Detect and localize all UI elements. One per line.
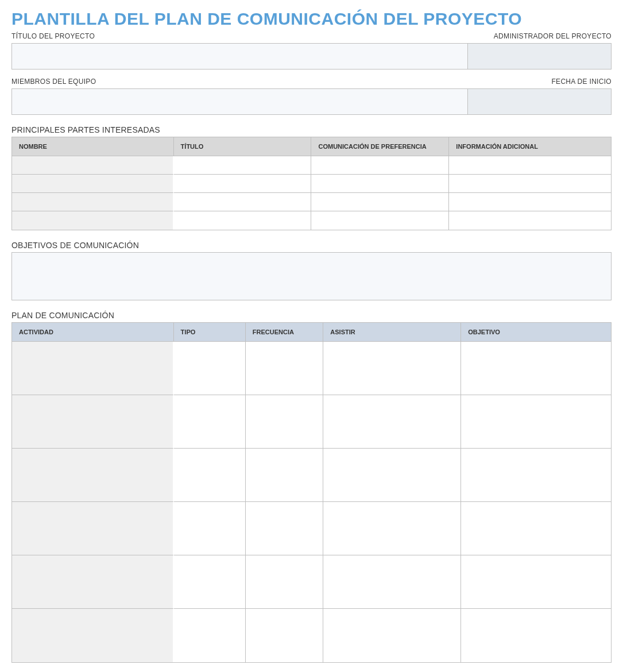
plan-asistir-input[interactable] [323, 555, 461, 608]
plan-frecuencia-input[interactable] [246, 609, 323, 662]
plan-col-frecuencia: FRECUENCIA [246, 323, 324, 342]
plan-tipo-input[interactable] [174, 395, 245, 448]
stake-nombre-input[interactable] [12, 193, 173, 211]
plan-col-asistir: ASISTIR [323, 323, 461, 342]
plan-actividad-input[interactable] [12, 342, 173, 395]
plan-tipo-input[interactable] [174, 502, 245, 555]
admin-input[interactable] [467, 44, 611, 69]
start-date-label: FECHA DE INICIO [467, 78, 612, 86]
stake-pref-input[interactable] [311, 175, 448, 192]
plan-actividad-input[interactable] [12, 502, 173, 555]
table-row [12, 211, 611, 230]
plan-objetivo-input[interactable] [461, 342, 611, 395]
stake-titulo-input[interactable] [174, 175, 311, 192]
stake-info-input[interactable] [449, 193, 611, 211]
plan-frecuencia-input[interactable] [246, 449, 323, 501]
stake-titulo-input[interactable] [174, 156, 311, 174]
stake-pref-input[interactable] [311, 156, 448, 174]
header-band-2 [11, 88, 612, 115]
plan-objetivo-input[interactable] [461, 555, 611, 608]
stake-info-input[interactable] [449, 211, 611, 230]
plan-tipo-input[interactable] [174, 609, 245, 662]
objectives-input[interactable] [11, 252, 612, 300]
plan-actividad-input[interactable] [12, 449, 173, 501]
project-title-label: TÍTULO DEL PROYECTO [11, 32, 467, 40]
stake-titulo-input[interactable] [174, 211, 311, 230]
table-row [12, 502, 611, 555]
plan-tipo-input[interactable] [174, 449, 245, 501]
table-row [12, 193, 611, 211]
table-row [12, 156, 611, 175]
stake-pref-input[interactable] [311, 211, 448, 230]
plan-asistir-input[interactable] [323, 502, 461, 555]
plan-asistir-input[interactable] [323, 609, 461, 662]
plan-objetivo-input[interactable] [461, 502, 611, 555]
plan-col-objetivo: OBJETIVO [461, 323, 611, 342]
page-title: PLANTILLA DEL PLAN DE COMUNICACIÓN DEL P… [11, 9, 612, 29]
stake-titulo-input[interactable] [174, 193, 311, 211]
stake-col-nombre: NOMBRE [12, 137, 174, 156]
plan-objetivo-input[interactable] [461, 609, 611, 662]
header-band-1 [11, 43, 612, 69]
table-row [12, 449, 611, 502]
plan-col-actividad: ACTIVIDAD [12, 323, 174, 342]
table-row [12, 395, 611, 449]
start-date-input[interactable] [467, 89, 611, 114]
plan-actividad-input[interactable] [12, 555, 173, 608]
header-row-2: MIEMBROS DEL EQUIPO FECHA DE INICIO [11, 78, 612, 87]
plan-actividad-input[interactable] [12, 609, 173, 662]
objectives-title: OBJETIVOS DE COMUNICACIÓN [11, 241, 612, 250]
stake-nombre-input[interactable] [12, 211, 173, 230]
plan-objetivo-input[interactable] [461, 449, 611, 501]
table-row [12, 175, 611, 193]
stake-col-titulo: TÍTULO [174, 137, 312, 156]
plan-tipo-input[interactable] [174, 555, 245, 608]
table-row [12, 555, 611, 609]
stake-pref-input[interactable] [311, 193, 448, 211]
plan-frecuencia-input[interactable] [246, 342, 323, 395]
stake-info-input[interactable] [449, 175, 611, 192]
plan-actividad-input[interactable] [12, 395, 173, 448]
stake-nombre-input[interactable] [12, 175, 173, 192]
team-input[interactable] [12, 89, 467, 114]
header-row-1: TÍTULO DEL PROYECTO ADMINISTRADOR DEL PR… [11, 32, 612, 42]
stake-col-info: INFORMACIÓN ADICIONAL [449, 137, 611, 156]
project-title-input[interactable] [12, 44, 467, 69]
plan-tipo-input[interactable] [174, 342, 245, 395]
plan-title: PLAN DE COMUNICACIÓN [11, 311, 612, 320]
stake-nombre-input[interactable] [12, 156, 173, 174]
plan-asistir-input[interactable] [323, 395, 461, 448]
stake-col-pref: COMUNICACIÓN DE PREFERENCIA [311, 137, 449, 156]
plan-asistir-input[interactable] [323, 449, 461, 501]
plan-col-tipo: TIPO [174, 323, 246, 342]
plan-table: ACTIVIDAD TIPO FRECUENCIA ASISTIR OBJETI… [11, 322, 612, 663]
table-row [12, 609, 611, 662]
plan-asistir-input[interactable] [323, 342, 461, 395]
stakeholders-table: NOMBRE TÍTULO COMUNICACIÓN DE PREFERENCI… [11, 137, 612, 230]
plan-objetivo-input[interactable] [461, 395, 611, 448]
plan-frecuencia-input[interactable] [246, 555, 323, 608]
stakeholders-title: PRINCIPALES PARTES INTERESADAS [11, 125, 612, 134]
plan-frecuencia-input[interactable] [246, 502, 323, 555]
admin-label: ADMINISTRADOR DEL PROYECTO [467, 32, 612, 40]
table-row [12, 342, 611, 395]
plan-frecuencia-input[interactable] [246, 395, 323, 448]
stake-info-input[interactable] [449, 156, 611, 174]
team-label: MIEMBROS DEL EQUIPO [11, 78, 467, 86]
